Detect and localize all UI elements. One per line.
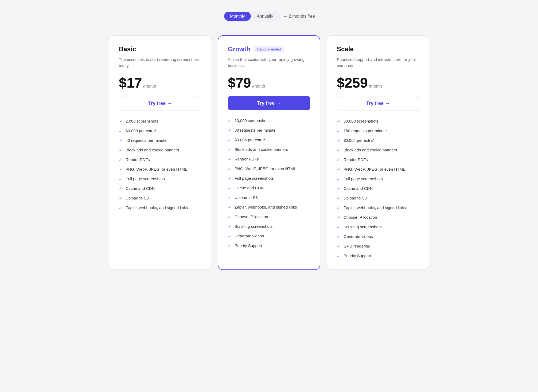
- feature-item: ✓ Zapier, webhooks, and signed links: [228, 204, 310, 210]
- check-icon: ✓: [337, 195, 340, 201]
- feature-item: ✓ Cache and CDN: [228, 185, 310, 191]
- feature-text: Upload to S3: [235, 195, 258, 200]
- feature-text: $0.006 per extra*: [235, 137, 265, 143]
- check-icon: ✓: [228, 243, 231, 249]
- check-icon: ✓: [228, 137, 231, 143]
- feature-text: Zapier, webhooks, and signed links: [126, 205, 188, 210]
- feature-item: ✓ Upload to S3: [228, 195, 310, 201]
- monthly-toggle[interactable]: Monthly: [224, 12, 251, 21]
- feature-item: ✓ PNG, WebP, JPEG, or even HTML: [228, 166, 310, 172]
- check-icon: ✓: [228, 214, 231, 220]
- price-period-growth: /month: [252, 84, 265, 89]
- check-icon: ✓: [119, 147, 122, 153]
- price-period-scale: /month: [369, 84, 382, 89]
- check-icon: ✓: [119, 138, 122, 143]
- check-icon: ✓: [337, 119, 340, 124]
- feature-item: ✓ Scrolling screenshots: [337, 224, 419, 230]
- check-icon: ✓: [228, 185, 231, 191]
- feature-text: $0.004 per extra*: [344, 138, 374, 143]
- billing-toggle: Monthly Annually ← 2 months free: [223, 11, 315, 22]
- feature-item: ✓ Upload to S3: [119, 195, 201, 201]
- check-icon: ✓: [337, 205, 340, 211]
- check-icon: ✓: [119, 157, 122, 163]
- feature-text: Scrolling screenshots: [235, 224, 273, 229]
- feature-text: Priority Support: [344, 253, 371, 258]
- plan-header-growth: Growth Recommended: [228, 45, 310, 53]
- check-icon: ✓: [337, 138, 340, 143]
- feature-item: ✓ GPU rendering: [337, 243, 419, 249]
- feature-item: ✓ 2,000 screenshots: [119, 118, 201, 124]
- feature-text: Full page screenshots: [235, 175, 274, 181]
- check-icon: ✓: [337, 167, 340, 172]
- feature-item: ✓ Generate videos: [228, 233, 310, 239]
- feature-item: ✓ Choose IP location: [337, 214, 419, 220]
- feature-item: ✓ Cache and CDN: [119, 186, 201, 191]
- feature-text: 2,000 screenshots: [126, 118, 158, 124]
- feature-text: 40 requests per minute: [126, 138, 166, 143]
- check-icon: ✓: [228, 118, 231, 124]
- plan-name-basic: Basic: [119, 45, 136, 53]
- feature-item: ✓ 150 requests per minute: [337, 128, 419, 134]
- plan-card-scale: Scale Prioritized support and infrastruc…: [327, 35, 429, 270]
- feature-text: Block ads and cookie banners: [344, 147, 397, 153]
- check-icon: ✓: [228, 233, 231, 239]
- annually-note: ← 2 months free: [283, 14, 315, 19]
- price-row-basic: $17 /month: [119, 76, 201, 90]
- feature-text: Full page screenshots: [126, 176, 165, 182]
- feature-text: Block ads and cookie banners: [126, 147, 179, 153]
- price-row-growth: $79 /month: [228, 76, 310, 90]
- feature-item: ✓ Render PDFs: [119, 157, 201, 163]
- cta-button-scale[interactable]: Try free →: [337, 96, 419, 111]
- feature-item: ✓ $0.004 per extra*: [337, 138, 419, 143]
- feature-text: PNG, WebP, JPEG, or even HTML: [235, 166, 296, 171]
- feature-item: ✓ Block ads and cookie banners: [119, 147, 201, 153]
- check-icon: ✓: [337, 147, 340, 153]
- check-icon: ✓: [337, 215, 340, 220]
- check-icon: ✓: [228, 166, 231, 172]
- feature-text: 80 requests per minute: [235, 127, 275, 133]
- check-icon: ✓: [228, 147, 231, 152]
- check-icon: ✓: [119, 167, 122, 172]
- check-icon: ✓: [337, 157, 340, 163]
- feature-text: Choose IP location: [235, 214, 268, 219]
- plan-description-scale: Prioritized support and infrastructure f…: [337, 57, 419, 69]
- features-list-scale: ✓ 50,000 screenshots ✓ 150 requests per …: [337, 118, 419, 259]
- check-icon: ✓: [337, 244, 340, 249]
- feature-item: ✓ Render PDFs: [228, 156, 310, 162]
- feature-text: Render PDFs: [235, 156, 259, 162]
- cta-button-basic[interactable]: Try free →: [119, 96, 201, 111]
- price-amount-growth: $79: [228, 76, 251, 90]
- check-icon: ✓: [119, 195, 122, 201]
- feature-text: Generate videos: [344, 234, 373, 239]
- price-amount-scale: $259: [337, 76, 368, 90]
- feature-item: ✓ Priority Support: [337, 253, 419, 259]
- check-icon: ✓: [337, 253, 340, 259]
- feature-item: ✓ Priority Support: [228, 243, 310, 249]
- feature-item: ✓ Zapier, webhooks, and signed links: [119, 205, 201, 211]
- feature-item: ✓ $0.006 per extra*: [228, 137, 310, 143]
- feature-text: PNG, WebP, JPEG, or even HTML: [344, 166, 405, 172]
- price-row-scale: $259 /month: [337, 76, 419, 90]
- check-icon: ✓: [337, 186, 340, 191]
- check-icon: ✓: [119, 128, 122, 134]
- check-icon: ✓: [337, 234, 340, 240]
- cta-button-growth[interactable]: Try free →: [228, 96, 310, 110]
- check-icon: ✓: [119, 119, 122, 124]
- feature-text: Full page screenshots: [344, 176, 383, 182]
- feature-text: Upload to S3: [126, 195, 149, 201]
- check-icon: ✓: [228, 156, 231, 162]
- check-icon: ✓: [337, 128, 340, 134]
- check-icon: ✓: [228, 176, 231, 181]
- feature-item: ✓ PNG, WebP, JPEG, or even HTML: [119, 166, 201, 172]
- feature-text: Generate videos: [235, 233, 264, 239]
- feature-item: ✓ Block ads and cookie banners: [228, 147, 310, 152]
- feature-text: Choose IP location: [344, 214, 377, 220]
- feature-item: ✓ Choose IP location: [228, 214, 310, 220]
- check-icon: ✓: [119, 205, 122, 211]
- feature-item: ✓ Upload to S3: [337, 195, 419, 201]
- price-amount-basic: $17: [119, 76, 142, 90]
- recommended-badge: Recommended: [254, 46, 284, 52]
- check-icon: ✓: [119, 176, 122, 182]
- annually-toggle[interactable]: Annually: [251, 12, 279, 21]
- feature-text: 50,000 screenshots: [344, 118, 379, 124]
